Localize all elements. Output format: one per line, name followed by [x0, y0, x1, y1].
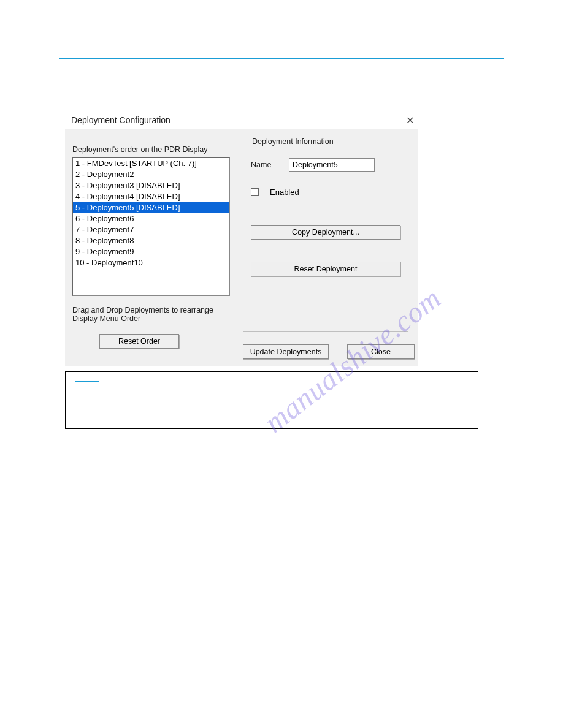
name-input[interactable]	[289, 158, 375, 172]
footer-rule	[59, 667, 504, 667]
list-item[interactable]: 7 - Deployment7	[73, 224, 229, 235]
dialog-bottom-buttons: Update Deployments Close	[243, 344, 415, 359]
dialog-title: Deployment Configuration	[71, 115, 170, 125]
drag-hint: Drag and Drop Deployments to rearrange D…	[72, 306, 226, 323]
note-box	[65, 371, 478, 429]
reset-order-button[interactable]: Reset Order	[99, 334, 179, 349]
dialog-titlebar: Deployment Configuration ✕	[65, 111, 423, 129]
header-rule	[59, 58, 504, 59]
list-item[interactable]: 10 - Deployment10	[73, 257, 229, 268]
name-row: Name	[251, 158, 400, 172]
deployment-config-dialog: Deployment Configuration ✕ Deployment's …	[65, 121, 418, 366]
deployment-info-fieldset: Deployment Information Name Enabled Copy…	[243, 142, 408, 332]
deployment-info-legend: Deployment Information	[250, 137, 336, 146]
list-item[interactable]: 2 - Deployment2	[73, 169, 229, 180]
list-item[interactable]: 3 - Deployment3 [DISABLED]	[73, 180, 229, 191]
list-item[interactable]: 5 - Deployment5 [DISABLED]	[73, 202, 229, 213]
list-item[interactable]: 4 - Deployment4 [DISABLED]	[73, 191, 229, 202]
deployment-action-buttons: Copy Deployment... Reset Deployment	[251, 225, 400, 276]
name-label: Name	[251, 161, 280, 169]
copy-deployment-button[interactable]: Copy Deployment...	[251, 225, 400, 240]
note-accent	[75, 381, 99, 382]
dialog-body: Deployment's order on the PDR Display 1 …	[65, 140, 418, 366]
list-item[interactable]: 6 - Deployment6	[73, 213, 229, 224]
update-deployments-button[interactable]: Update Deployments	[243, 344, 329, 359]
list-item[interactable]: 9 - Deployment9	[73, 246, 229, 257]
close-button[interactable]: Close	[347, 344, 415, 359]
list-item[interactable]: 8 - Deployment8	[73, 235, 229, 246]
enabled-checkbox[interactable]	[251, 188, 259, 196]
order-pane: Deployment's order on the PDR Display 1 …	[72, 145, 237, 349]
reset-deployment-button[interactable]: Reset Deployment	[251, 262, 400, 276]
enabled-row: Enabled	[251, 188, 400, 197]
deployment-listbox[interactable]: 1 - FMDevTest [STARTUP (Ch. 7)]2 - Deplo…	[72, 157, 230, 296]
enabled-label: Enabled	[270, 188, 299, 197]
close-icon[interactable]: ✕	[404, 115, 416, 126]
list-item[interactable]: 1 - FMDevTest [STARTUP (Ch. 7)]	[73, 158, 229, 169]
order-heading: Deployment's order on the PDR Display	[72, 145, 237, 154]
